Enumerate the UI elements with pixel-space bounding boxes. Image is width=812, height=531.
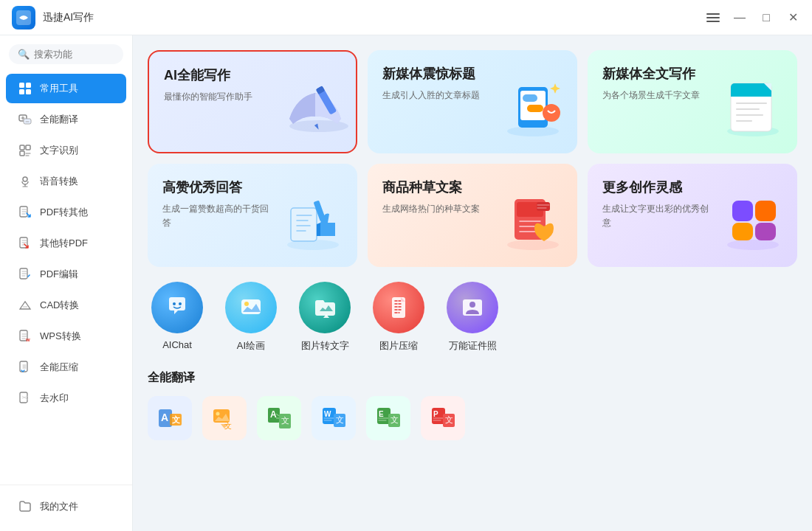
ai-draw-icon bbox=[225, 282, 277, 333]
translate-icon-5[interactable]: E 文 bbox=[366, 396, 410, 440]
card-full-writing[interactable]: 新媒体全文写作 为各个场景生成千字文章 bbox=[588, 50, 797, 153]
tool-ai-draw[interactable]: AI绘画 bbox=[221, 282, 281, 353]
svg-point-39 bbox=[727, 240, 779, 250]
translate-icon-2[interactable]: 文 bbox=[202, 396, 247, 440]
tool-aichat[interactable]: AIChat bbox=[148, 282, 207, 353]
title-bar: 迅捷AI写作 — □ ✕ bbox=[0, 0, 812, 35]
tool-ai-draw-label: AI绘画 bbox=[237, 339, 265, 353]
img-to-text-icon bbox=[299, 282, 351, 333]
sidebar-item-pdf-other[interactable]: PDF转其他 bbox=[6, 198, 126, 227]
sidebar-item-other-pdf[interactable]: 其他转PDF bbox=[6, 229, 126, 258]
svg-point-22 bbox=[507, 126, 559, 136]
sidebar-bottom: 我的文件 bbox=[0, 485, 132, 522]
sidebar-item-watermark[interactable]: 去水印 bbox=[6, 384, 126, 413]
search-icon: 🔍 bbox=[18, 49, 30, 60]
svg-text:A: A bbox=[270, 409, 277, 420]
svg-text:A: A bbox=[161, 412, 168, 423]
sidebar-item-speech[interactable]: 语音转换 bbox=[6, 167, 126, 196]
tool-id-photo[interactable]: 万能证件照 bbox=[443, 282, 502, 353]
sidebar-item-label-watermark: 去水印 bbox=[40, 392, 69, 405]
card-full-writing-desc: 为各个场景生成千字文章 bbox=[602, 88, 713, 103]
wps-icon: W bbox=[18, 329, 32, 344]
card-ai-writing[interactable]: AI全能写作 最懂你的智能写作助手 bbox=[148, 50, 357, 153]
id-photo-icon bbox=[447, 282, 498, 333]
my-files-icon bbox=[18, 499, 32, 514]
pdf-other-icon bbox=[18, 205, 32, 220]
svg-text:P: P bbox=[433, 410, 438, 418]
common-tools-icon bbox=[18, 81, 32, 96]
maximize-button[interactable]: □ bbox=[759, 10, 774, 25]
card-excellent-answer[interactable]: 高赞优秀回答 生成一篇赞数超高的干货回答 bbox=[148, 164, 357, 267]
svg-text:E: E bbox=[379, 410, 384, 418]
sidebar-item-label-translate: 全能翻译 bbox=[40, 113, 78, 126]
svg-rect-7 bbox=[20, 145, 24, 150]
svg-rect-26 bbox=[527, 105, 543, 112]
close-button[interactable]: ✕ bbox=[785, 10, 800, 25]
other-pdf-icon bbox=[18, 236, 32, 251]
svg-text:W: W bbox=[26, 338, 30, 342]
sidebar-item-label-wps: WPS转换 bbox=[40, 330, 81, 343]
card-full-writing-icon bbox=[716, 72, 790, 146]
translate-icon-6[interactable]: P 文 bbox=[421, 396, 465, 440]
svg-text:文: 文 bbox=[172, 415, 180, 424]
svg-rect-41 bbox=[755, 201, 776, 221]
speech-icon bbox=[18, 174, 32, 189]
minimize-button[interactable]: — bbox=[732, 10, 747, 25]
card-answer-desc: 生成一篇赞数超高的干货回答 bbox=[162, 202, 273, 230]
app-title: 迅捷AI写作 bbox=[43, 11, 706, 24]
card-product-desc: 生成网络热门的种草文案 bbox=[382, 202, 493, 216]
main-layout: 🔍 常用工具 bbox=[0, 35, 812, 531]
svg-rect-8 bbox=[26, 145, 30, 150]
pdf-edit-icon bbox=[18, 267, 32, 282]
sidebar-item-label-pdf-other: PDF转其他 bbox=[40, 206, 88, 219]
svg-rect-40 bbox=[732, 201, 753, 221]
card-ai-writing-icon bbox=[275, 71, 348, 145]
tool-aichat-label: AIChat bbox=[162, 339, 192, 350]
svg-rect-43 bbox=[755, 223, 776, 240]
card-product-icon bbox=[496, 186, 570, 260]
translate-icons-row: A 文 文 bbox=[148, 396, 797, 440]
tool-img-to-text[interactable]: 图片转文字 bbox=[295, 282, 354, 353]
sidebar-item-common-tools[interactable]: 常用工具 bbox=[6, 74, 126, 103]
translate-icon-1[interactable]: A 文 bbox=[148, 396, 192, 440]
translate-section: 全能翻译 A 文 bbox=[148, 370, 797, 440]
tool-id-photo-label: 万能证件照 bbox=[449, 339, 497, 353]
tool-img-to-text-label: 图片转文字 bbox=[301, 339, 349, 353]
ocr-icon bbox=[18, 143, 32, 158]
tool-img-compress[interactable]: 图片压缩 bbox=[369, 282, 428, 353]
sidebar-item-pdf-edit[interactable]: PDF编辑 bbox=[6, 260, 126, 289]
svg-rect-38 bbox=[537, 202, 550, 211]
sidebar-item-label-speech: 语音转换 bbox=[40, 175, 78, 188]
search-box[interactable]: 🔍 bbox=[9, 44, 123, 64]
translate-icon-4[interactable]: W 文 bbox=[312, 396, 356, 440]
svg-text:文: 文 bbox=[336, 415, 344, 424]
sidebar-item-label-my-files: 我的文件 bbox=[40, 500, 78, 513]
card-more-inspiration[interactable]: 更多创作灵感 生成让文字更出彩的优秀创意 bbox=[588, 164, 797, 267]
sidebar-item-cad[interactable]: CAD转换 bbox=[6, 291, 126, 320]
search-input[interactable] bbox=[34, 49, 114, 60]
svg-rect-2 bbox=[26, 83, 31, 88]
svg-rect-9 bbox=[20, 151, 24, 156]
sidebar-item-translate[interactable]: 全能翻译 bbox=[6, 105, 126, 134]
sidebar-item-compress[interactable]: 全能压缩 bbox=[6, 353, 126, 382]
svg-point-47 bbox=[244, 302, 249, 306]
svg-point-56 bbox=[216, 412, 220, 416]
sidebar-item-label-pdf-edit: PDF编辑 bbox=[40, 268, 78, 281]
sidebar-item-ocr[interactable]: 文字识别 bbox=[6, 136, 126, 165]
aichat-icon bbox=[151, 282, 203, 333]
card-new-media-title[interactable]: 新媒体震惊标题 生成引人入胜的文章标题 bbox=[368, 50, 577, 153]
svg-text:文: 文 bbox=[390, 415, 399, 424]
sidebar-item-my-files[interactable]: 我的文件 bbox=[6, 492, 126, 521]
svg-rect-31 bbox=[731, 91, 771, 97]
svg-point-44 bbox=[173, 302, 176, 305]
window-controls: — □ ✕ bbox=[706, 10, 800, 25]
sidebar-item-wps[interactable]: W WPS转换 bbox=[6, 322, 126, 351]
svg-rect-4 bbox=[26, 89, 31, 94]
card-product-copy[interactable]: 商品种草文案 生成网络热门的种草文案 bbox=[368, 164, 577, 267]
card-answer-icon bbox=[276, 186, 350, 260]
svg-rect-1 bbox=[19, 83, 24, 88]
translate-icon-3[interactable]: A 文 bbox=[257, 396, 301, 440]
menu-button[interactable] bbox=[706, 10, 720, 25]
svg-point-35 bbox=[507, 240, 559, 250]
sidebar: 🔍 常用工具 bbox=[0, 35, 133, 531]
